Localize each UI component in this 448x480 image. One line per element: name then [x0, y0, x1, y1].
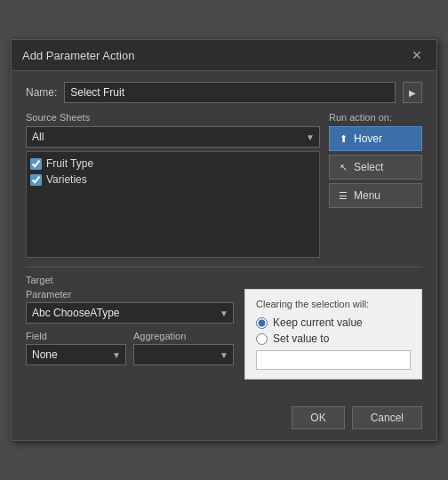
run-action-label: Run action on: [329, 112, 422, 123]
source-sheets-section: Source Sheets All ▼ Fruit Type Varieties [26, 112, 320, 258]
field-label: Field [26, 331, 126, 341]
clearing-title: Clearing the selection will: [256, 299, 411, 309]
section-divider [26, 267, 422, 268]
field-column: Field None ▼ [26, 331, 126, 369]
set-value-row: Set value to [256, 332, 411, 345]
list-item: Fruit Type [30, 156, 316, 172]
hover-label: Hover [354, 132, 382, 145]
sheet-list: Fruit Type Varieties [26, 151, 320, 258]
hover-button[interactable]: ⬆ Hover [329, 126, 422, 151]
fruit-type-checkbox[interactable] [30, 158, 42, 170]
set-value-label: Set value to [273, 332, 329, 345]
target-row: Parameter Abc ChooseAType ▼ Field [26, 289, 422, 380]
target-left: Parameter Abc ChooseAType ▼ Field [26, 289, 234, 369]
dialog-footer: OK Cancel [12, 397, 436, 440]
name-icon-button[interactable]: ▶ [403, 82, 422, 103]
field-dropdown-wrap: None ▼ [26, 344, 126, 365]
field-dropdown[interactable]: None [26, 344, 126, 365]
select-icon: ↖ [337, 162, 349, 173]
parameter-dropdown[interactable]: Abc ChooseAType [26, 302, 234, 324]
parameter-dropdown-wrap: Abc ChooseAType ▼ [26, 302, 234, 324]
dialog-titlebar: Add Parameter Action ✕ [12, 40, 436, 71]
name-input[interactable] [64, 82, 396, 103]
name-label: Name: [26, 86, 57, 99]
aggregation-dropdown[interactable] [133, 344, 234, 365]
menu-label: Menu [354, 189, 380, 202]
aggregation-column: Aggregation ▼ [133, 331, 234, 369]
aggregation-dropdown-wrap: ▼ [133, 344, 234, 365]
source-sheets-dropdown[interactable]: All [26, 126, 320, 148]
varieties-checkbox[interactable] [30, 174, 42, 186]
source-run-row: Source Sheets All ▼ Fruit Type Varieties [26, 112, 422, 258]
target-label: Target [26, 275, 422, 285]
add-parameter-action-dialog: Add Parameter Action ✕ Name: ▶ Source Sh… [11, 39, 437, 441]
source-sheets-label: Source Sheets [26, 112, 320, 123]
set-value-input[interactable] [256, 350, 411, 370]
dialog-title: Add Parameter Action [22, 49, 134, 62]
field-agg-row: Field None ▼ Aggregation [26, 331, 234, 369]
parameter-label: Parameter [26, 289, 234, 300]
hover-icon: ⬆ [337, 133, 349, 145]
set-value-radio[interactable] [256, 333, 268, 345]
close-button[interactable]: ✕ [408, 47, 426, 63]
menu-button[interactable]: ☰ Menu [329, 183, 422, 208]
clearing-box: Clearing the selection will: Keep curren… [244, 289, 422, 380]
target-section: Target Parameter Abc ChooseAType ▼ Field [26, 275, 422, 380]
menu-icon: ☰ [337, 190, 349, 202]
cancel-button[interactable]: Cancel [352, 406, 422, 429]
name-row: Name: ▶ [26, 82, 422, 103]
dialog-body: Name: ▶ Source Sheets All ▼ Fruit Type [12, 71, 436, 397]
varieties-label: Varieties [46, 173, 87, 186]
keep-current-label: Keep current value [273, 316, 363, 329]
keep-current-radio[interactable] [256, 317, 268, 329]
aggregation-label: Aggregation [133, 331, 234, 341]
run-action-section: Run action on: ⬆ Hover ↖ Select ☰ Menu [329, 112, 422, 258]
keep-current-row: Keep current value [256, 316, 411, 329]
fruit-type-label: Fruit Type [46, 157, 93, 170]
source-sheets-dropdown-wrap: All ▼ [26, 126, 320, 148]
ok-button[interactable]: OK [292, 406, 344, 429]
list-item: Varieties [30, 172, 316, 188]
select-label: Select [354, 161, 383, 173]
select-button[interactable]: ↖ Select [329, 155, 422, 180]
